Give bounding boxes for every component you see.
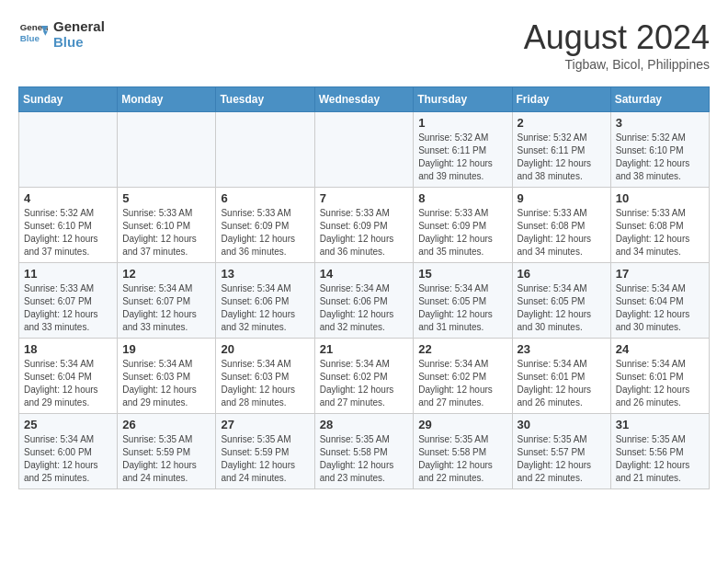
day-number: 23 [518, 342, 606, 356]
day-number: 15 [418, 267, 506, 281]
day-number: 27 [221, 418, 309, 431]
calendar-week-row: 18Sunrise: 5:34 AMSunset: 6:04 PMDayligh… [19, 339, 710, 414]
day-info: Sunrise: 5:34 AMSunset: 6:04 PMDaylight:… [616, 282, 704, 334]
day-number: 31 [616, 418, 704, 431]
month-year-title: August 2024 [524, 18, 710, 57]
day-info: Sunrise: 5:35 AMSunset: 5:58 PMDaylight:… [320, 433, 409, 485]
day-number: 13 [221, 267, 309, 281]
day-info: Sunrise: 5:32 AMSunset: 6:10 PMDaylight:… [24, 207, 112, 259]
calendar-cell: 30Sunrise: 5:35 AMSunset: 5:57 PMDayligh… [512, 414, 610, 489]
day-info: Sunrise: 5:34 AMSunset: 6:01 PMDaylight:… [616, 358, 704, 409]
day-info: Sunrise: 5:33 AMSunset: 6:09 PMDaylight:… [221, 207, 309, 259]
calendar-table: SundayMondayTuesdayWednesdayThursdayFrid… [18, 86, 710, 489]
day-info: Sunrise: 5:33 AMSunset: 6:07 PMDaylight:… [24, 282, 112, 334]
day-number: 21 [320, 342, 409, 356]
day-number: 1 [418, 116, 506, 130]
calendar-cell: 17Sunrise: 5:34 AMSunset: 6:04 PMDayligh… [610, 263, 709, 339]
day-info: Sunrise: 5:35 AMSunset: 5:57 PMDaylight:… [518, 433, 606, 485]
day-number: 17 [616, 267, 704, 281]
calendar-week-row: 4Sunrise: 5:32 AMSunset: 6:10 PMDaylight… [19, 188, 710, 263]
header-tuesday: Tuesday [216, 87, 314, 112]
calendar-cell: 27Sunrise: 5:35 AMSunset: 5:59 PMDayligh… [216, 414, 314, 489]
header-wednesday: Wednesday [314, 87, 414, 112]
calendar-cell [216, 112, 314, 188]
day-info: Sunrise: 5:34 AMSunset: 6:06 PMDaylight:… [221, 282, 309, 334]
calendar-cell: 10Sunrise: 5:33 AMSunset: 6:08 PMDayligh… [610, 188, 709, 263]
calendar-cell: 3Sunrise: 5:32 AMSunset: 6:10 PMDaylight… [610, 112, 709, 188]
day-number: 30 [518, 418, 606, 431]
day-info: Sunrise: 5:35 AMSunset: 5:58 PMDaylight:… [418, 433, 506, 485]
calendar-cell: 22Sunrise: 5:34 AMSunset: 6:02 PMDayligh… [414, 339, 512, 414]
calendar-cell: 23Sunrise: 5:34 AMSunset: 6:01 PMDayligh… [512, 339, 610, 414]
day-number: 9 [518, 191, 606, 205]
day-info: Sunrise: 5:34 AMSunset: 6:03 PMDaylight:… [122, 358, 210, 409]
calendar-cell: 11Sunrise: 5:33 AMSunset: 6:07 PMDayligh… [19, 263, 118, 339]
calendar-cell: 4Sunrise: 5:32 AMSunset: 6:10 PMDaylight… [19, 188, 118, 263]
day-number: 11 [24, 267, 112, 281]
calendar-cell: 15Sunrise: 5:34 AMSunset: 6:05 PMDayligh… [414, 263, 512, 339]
svg-text:Blue: Blue [20, 33, 40, 43]
calendar-cell: 12Sunrise: 5:34 AMSunset: 6:07 PMDayligh… [118, 263, 216, 339]
calendar-cell [314, 112, 414, 188]
day-info: Sunrise: 5:34 AMSunset: 6:00 PMDaylight:… [24, 433, 112, 485]
header-monday: Monday [118, 87, 216, 112]
logo-line2: Blue [53, 34, 105, 50]
day-info: Sunrise: 5:33 AMSunset: 6:08 PMDaylight:… [616, 207, 704, 259]
day-number: 7 [320, 191, 409, 205]
calendar-week-row: 25Sunrise: 5:34 AMSunset: 6:00 PMDayligh… [19, 414, 710, 489]
day-info: Sunrise: 5:34 AMSunset: 6:05 PMDaylight:… [518, 282, 606, 334]
day-number: 18 [24, 342, 112, 356]
header-saturday: Saturday [610, 87, 709, 112]
day-number: 19 [122, 342, 210, 356]
day-number: 14 [320, 267, 409, 281]
calendar-cell: 5Sunrise: 5:33 AMSunset: 6:10 PMDaylight… [118, 188, 216, 263]
day-info: Sunrise: 5:34 AMSunset: 6:03 PMDaylight:… [221, 358, 309, 409]
location-subtitle: Tigbaw, Bicol, Philippines [524, 57, 710, 72]
day-number: 4 [24, 191, 112, 205]
day-number: 5 [122, 191, 210, 205]
header-sunday: Sunday [19, 87, 118, 112]
calendar-cell: 24Sunrise: 5:34 AMSunset: 6:01 PMDayligh… [610, 339, 709, 414]
calendar-cell: 28Sunrise: 5:35 AMSunset: 5:58 PMDayligh… [314, 414, 414, 489]
day-number: 6 [221, 191, 309, 205]
day-info: Sunrise: 5:33 AMSunset: 6:09 PMDaylight:… [320, 207, 409, 259]
page-header: General Blue General Blue August 2024 Ti… [18, 18, 710, 72]
header-friday: Friday [512, 87, 610, 112]
day-info: Sunrise: 5:34 AMSunset: 6:05 PMDaylight:… [418, 282, 506, 334]
day-info: Sunrise: 5:34 AMSunset: 6:02 PMDaylight:… [320, 358, 409, 409]
calendar-cell: 25Sunrise: 5:34 AMSunset: 6:00 PMDayligh… [19, 414, 118, 489]
day-info: Sunrise: 5:35 AMSunset: 5:59 PMDaylight:… [122, 433, 210, 485]
calendar-cell [19, 112, 118, 188]
day-info: Sunrise: 5:33 AMSunset: 6:09 PMDaylight:… [418, 207, 506, 259]
day-info: Sunrise: 5:34 AMSunset: 6:01 PMDaylight:… [518, 358, 606, 409]
calendar-cell: 6Sunrise: 5:33 AMSunset: 6:09 PMDaylight… [216, 188, 314, 263]
day-number: 26 [122, 418, 210, 431]
day-number: 24 [616, 342, 704, 356]
title-block: August 2024 Tigbaw, Bicol, Philippines [524, 18, 710, 72]
logo-icon: General Blue [18, 19, 48, 49]
day-info: Sunrise: 5:34 AMSunset: 6:04 PMDaylight:… [24, 358, 112, 409]
calendar-cell: 13Sunrise: 5:34 AMSunset: 6:06 PMDayligh… [216, 263, 314, 339]
calendar-cell: 14Sunrise: 5:34 AMSunset: 6:06 PMDayligh… [314, 263, 414, 339]
calendar-cell: 9Sunrise: 5:33 AMSunset: 6:08 PMDaylight… [512, 188, 610, 263]
day-number: 2 [518, 116, 606, 130]
day-number: 16 [518, 267, 606, 281]
day-info: Sunrise: 5:35 AMSunset: 5:59 PMDaylight:… [221, 433, 309, 485]
day-info: Sunrise: 5:32 AMSunset: 6:10 PMDaylight:… [616, 132, 704, 183]
day-number: 10 [616, 191, 704, 205]
calendar-cell: 29Sunrise: 5:35 AMSunset: 5:58 PMDayligh… [414, 414, 512, 489]
day-info: Sunrise: 5:35 AMSunset: 5:56 PMDaylight:… [616, 433, 704, 485]
calendar-cell: 26Sunrise: 5:35 AMSunset: 5:59 PMDayligh… [118, 414, 216, 489]
calendar-cell: 18Sunrise: 5:34 AMSunset: 6:04 PMDayligh… [19, 339, 118, 414]
calendar-cell: 16Sunrise: 5:34 AMSunset: 6:05 PMDayligh… [512, 263, 610, 339]
logo: General Blue General Blue [18, 18, 105, 50]
day-number: 8 [418, 191, 506, 205]
day-number: 12 [122, 267, 210, 281]
calendar-week-row: 11Sunrise: 5:33 AMSunset: 6:07 PMDayligh… [19, 263, 710, 339]
header-thursday: Thursday [414, 87, 512, 112]
day-info: Sunrise: 5:34 AMSunset: 6:02 PMDaylight:… [418, 358, 506, 409]
logo-line1: General [53, 18, 105, 34]
day-info: Sunrise: 5:33 AMSunset: 6:10 PMDaylight:… [122, 207, 210, 259]
day-info: Sunrise: 5:34 AMSunset: 6:06 PMDaylight:… [320, 282, 409, 334]
calendar-header-row: SundayMondayTuesdayWednesdayThursdayFrid… [19, 87, 710, 112]
